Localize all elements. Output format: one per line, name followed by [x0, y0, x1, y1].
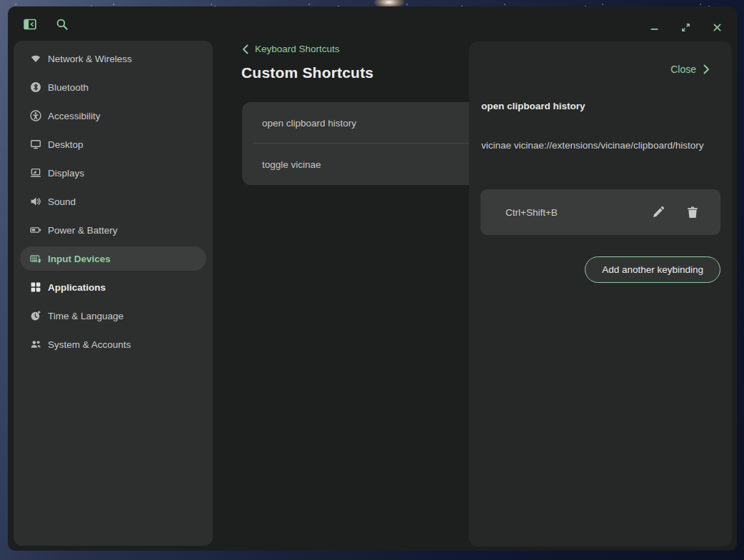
- minimize-button[interactable]: [648, 21, 660, 34]
- sidebar-toggle-icon: [24, 18, 36, 31]
- accessibility-icon: [30, 110, 41, 121]
- sidebar-item-power-battery[interactable]: Power & Battery: [20, 218, 206, 242]
- add-keybinding-button[interactable]: Add another keybinding: [585, 256, 720, 283]
- sidebar-item-accessibility[interactable]: Accessibility: [20, 104, 206, 128]
- users-icon: [30, 339, 41, 350]
- sidebar-item-label: Desktop: [48, 139, 84, 150]
- shortcut-label: open clipboard history: [262, 118, 356, 129]
- page-title: Custom Shortcuts: [241, 64, 373, 81]
- sidebar-item-sound[interactable]: Sound: [20, 189, 206, 214]
- display-icon: [30, 167, 41, 179]
- sidebar-item-label: Accessibility: [48, 111, 101, 121]
- sidebar-item-label: Power & Battery: [48, 225, 118, 236]
- shortcut-list: open clipboard history toggle vicinae: [242, 102, 469, 185]
- maximize-icon: [680, 22, 691, 33]
- close-panel-link[interactable]: Close: [670, 64, 710, 75]
- shortcut-detail-panel: Close open clipboard history vicinae vic…: [469, 41, 732, 546]
- pencil-icon: [652, 206, 665, 219]
- sidebar-item-label: Network & Wireless: [48, 54, 132, 64]
- keybinding-row: Ctrl+Shift+B: [481, 189, 720, 235]
- monitor-icon: [30, 139, 41, 150]
- sidebar-item-label: Displays: [48, 168, 84, 179]
- sidebar-item-label: System & Accounts: [48, 339, 131, 350]
- sidebar-item-applications[interactable]: Applications: [20, 275, 206, 299]
- shortcut-row-open-clipboard-history[interactable]: open clipboard history: [242, 102, 469, 144]
- back-link-keyboard-shortcuts[interactable]: Keyboard Shortcuts: [241, 44, 340, 54]
- sidebar-item-label: Applications: [48, 282, 106, 293]
- trash-icon: [686, 206, 699, 219]
- keyboard-icon: [30, 253, 41, 264]
- settings-sidebar: Network & Wireless Bluetooth Accessibili…: [14, 41, 213, 546]
- sidebar-toggle-button[interactable]: [24, 18, 36, 31]
- settings-window: Network & Wireless Bluetooth Accessibili…: [8, 6, 737, 551]
- search-icon: [56, 18, 69, 31]
- battery-icon: [30, 224, 41, 236]
- shortcut-label: toggle vicinae: [262, 159, 321, 170]
- sidebar-item-system-accounts[interactable]: System & Accounts: [20, 332, 206, 356]
- shortcut-detail-title: open clipboard history: [481, 101, 720, 111]
- edit-keybinding-button[interactable]: [652, 206, 665, 219]
- close-panel-label: Close: [670, 64, 696, 75]
- bluetooth-icon: [30, 81, 41, 93]
- sidebar-item-displays[interactable]: Displays: [20, 161, 206, 185]
- shortcut-command-text: vicinae vicinae://extensions/vicinae/cli…: [481, 138, 721, 153]
- sidebar-item-network-wireless[interactable]: Network & Wireless: [20, 46, 206, 71]
- search-button[interactable]: [56, 18, 69, 31]
- delete-keybinding-button[interactable]: [686, 206, 699, 219]
- speaker-icon: [30, 196, 41, 207]
- wifi-icon: [30, 53, 41, 64]
- sidebar-item-label: Time & Language: [48, 311, 124, 321]
- maximize-button[interactable]: [679, 21, 692, 34]
- back-link-label: Keyboard Shortcuts: [255, 44, 340, 54]
- chevron-right-icon: [702, 64, 710, 74]
- keybinding-keys: Ctrl+Shift+B: [506, 207, 652, 218]
- sidebar-item-label: Bluetooth: [48, 82, 89, 93]
- chevron-left-icon: [241, 44, 250, 54]
- sidebar-item-bluetooth[interactable]: Bluetooth: [20, 75, 206, 99]
- sidebar-item-input-devices[interactable]: Input Devices: [20, 246, 206, 271]
- sidebar-item-desktop[interactable]: Desktop: [20, 132, 206, 156]
- grid-icon: [30, 281, 41, 293]
- close-icon: [712, 22, 723, 33]
- shortcut-row-toggle-vicinae[interactable]: toggle vicinae: [242, 144, 469, 185]
- sidebar-item-label: Sound: [48, 196, 76, 207]
- sidebar-item-label: Input Devices: [48, 254, 111, 264]
- minimize-icon: [649, 22, 660, 33]
- sidebar-item-time-language[interactable]: Time & Language: [20, 304, 206, 328]
- clock-icon: [30, 310, 41, 321]
- close-button[interactable]: [710, 21, 723, 34]
